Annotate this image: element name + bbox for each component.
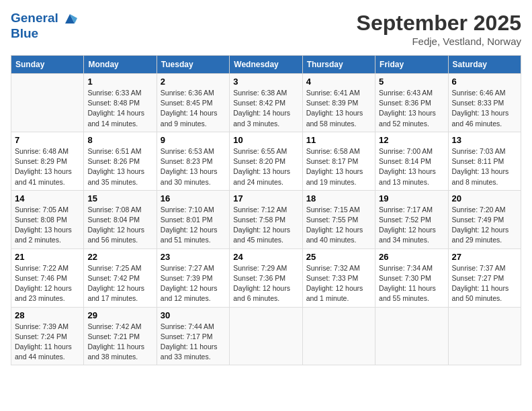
day-number: 24: [233, 252, 298, 262]
day-cell: [375, 307, 448, 365]
header-row: SundayMondayTuesdayWednesdayThursdayFrid…: [11, 56, 521, 74]
day-info: Sunrise: 7:42 AMSunset: 7:21 PMDaylight:…: [87, 322, 152, 363]
day-info: Sunrise: 7:12 AMSunset: 7:58 PMDaylight:…: [233, 205, 298, 246]
logo-icon: [62, 11, 77, 26]
day-info: Sunrise: 7:00 AMSunset: 8:14 PMDaylight:…: [379, 146, 444, 187]
day-number: 16: [161, 193, 226, 203]
day-cell: [230, 307, 302, 365]
calendar-table: SundayMondayTuesdayWednesdayThursdayFrid…: [11, 55, 521, 365]
page-title: September 2025: [357, 11, 521, 36]
day-info: Sunrise: 7:17 AMSunset: 7:52 PMDaylight:…: [379, 205, 444, 246]
day-number: 27: [452, 252, 517, 262]
day-cell: 1Sunrise: 6:33 AMSunset: 8:48 PMDaylight…: [84, 74, 157, 132]
logo: General Blue: [11, 11, 77, 41]
week-row-3: 14Sunrise: 7:05 AMSunset: 8:08 PMDayligh…: [11, 190, 521, 248]
day-number: 11: [306, 135, 371, 145]
day-number: 28: [15, 310, 80, 320]
day-cell: 16Sunrise: 7:10 AMSunset: 8:01 PMDayligh…: [157, 190, 229, 248]
day-cell: 24Sunrise: 7:29 AMSunset: 7:36 PMDayligh…: [230, 248, 302, 307]
day-cell: 4Sunrise: 6:41 AMSunset: 8:39 PMDaylight…: [302, 74, 375, 132]
day-number: 17: [233, 193, 298, 203]
logo-text: General: [11, 11, 77, 26]
day-number: 6: [452, 77, 517, 87]
day-info: Sunrise: 7:32 AMSunset: 7:33 PMDaylight:…: [306, 263, 371, 304]
day-info: Sunrise: 6:51 AMSunset: 8:26 PMDaylight:…: [87, 146, 152, 187]
day-info: Sunrise: 7:20 AMSunset: 7:49 PMDaylight:…: [452, 205, 517, 246]
week-row-1: 1Sunrise: 6:33 AMSunset: 8:48 PMDaylight…: [11, 74, 521, 132]
day-info: Sunrise: 6:48 AMSunset: 8:29 PMDaylight:…: [15, 146, 80, 187]
day-info: Sunrise: 7:39 AMSunset: 7:24 PMDaylight:…: [15, 322, 80, 363]
day-info: Sunrise: 7:44 AMSunset: 7:17 PMDaylight:…: [161, 322, 226, 363]
day-cell: 19Sunrise: 7:17 AMSunset: 7:52 PMDayligh…: [375, 190, 448, 248]
day-info: Sunrise: 6:38 AMSunset: 8:42 PMDaylight:…: [233, 88, 298, 129]
day-number: 29: [87, 310, 152, 320]
day-number: 9: [161, 135, 226, 145]
week-row-5: 28Sunrise: 7:39 AMSunset: 7:24 PMDayligh…: [11, 307, 521, 365]
day-cell: 2Sunrise: 6:36 AMSunset: 8:45 PMDaylight…: [157, 74, 229, 132]
day-cell: [302, 307, 375, 365]
day-cell: 21Sunrise: 7:22 AMSunset: 7:46 PMDayligh…: [11, 248, 84, 307]
day-info: Sunrise: 7:34 AMSunset: 7:30 PMDaylight:…: [379, 263, 444, 304]
header-cell-saturday: Saturday: [448, 56, 521, 74]
day-cell: 18Sunrise: 7:15 AMSunset: 7:55 PMDayligh…: [302, 190, 375, 248]
day-number: 7: [15, 135, 80, 145]
day-info: Sunrise: 7:37 AMSunset: 7:27 PMDaylight:…: [452, 263, 517, 304]
header-cell-sunday: Sunday: [11, 56, 84, 74]
day-number: 26: [379, 252, 444, 262]
day-info: Sunrise: 7:29 AMSunset: 7:36 PMDaylight:…: [233, 263, 298, 304]
day-info: Sunrise: 7:08 AMSunset: 8:04 PMDaylight:…: [87, 205, 152, 246]
day-info: Sunrise: 6:43 AMSunset: 8:36 PMDaylight:…: [379, 88, 444, 129]
day-info: Sunrise: 7:03 AMSunset: 8:11 PMDaylight:…: [452, 146, 517, 187]
header-cell-wednesday: Wednesday: [230, 56, 302, 74]
day-number: 2: [161, 77, 226, 87]
day-cell: 11Sunrise: 6:58 AMSunset: 8:17 PMDayligh…: [302, 132, 375, 190]
day-cell: 8Sunrise: 6:51 AMSunset: 8:26 PMDaylight…: [84, 132, 157, 190]
day-number: 30: [161, 310, 226, 320]
day-cell: [11, 74, 84, 132]
day-number: 8: [87, 135, 152, 145]
day-cell: 10Sunrise: 6:55 AMSunset: 8:20 PMDayligh…: [230, 132, 302, 190]
day-cell: [448, 307, 521, 365]
page-header: General Blue September 2025 Fedje, Vestl…: [11, 11, 521, 47]
day-info: Sunrise: 6:55 AMSunset: 8:20 PMDaylight:…: [233, 146, 298, 187]
header-cell-thursday: Thursday: [302, 56, 375, 74]
day-number: 3: [233, 77, 298, 87]
day-info: Sunrise: 6:33 AMSunset: 8:48 PMDaylight:…: [87, 88, 152, 129]
page-subtitle: Fedje, Vestland, Norway: [357, 36, 521, 47]
day-cell: 20Sunrise: 7:20 AMSunset: 7:49 PMDayligh…: [448, 190, 521, 248]
day-cell: 22Sunrise: 7:25 AMSunset: 7:42 PMDayligh…: [84, 248, 157, 307]
logo-line2: Blue: [11, 26, 77, 41]
week-row-2: 7Sunrise: 6:48 AMSunset: 8:29 PMDaylight…: [11, 132, 521, 190]
day-number: 14: [15, 193, 80, 203]
day-cell: 9Sunrise: 6:53 AMSunset: 8:23 PMDaylight…: [157, 132, 229, 190]
day-cell: 28Sunrise: 7:39 AMSunset: 7:24 PMDayligh…: [11, 307, 84, 365]
day-number: 22: [87, 252, 152, 262]
day-number: 4: [306, 77, 371, 87]
day-number: 5: [379, 77, 444, 87]
day-cell: 26Sunrise: 7:34 AMSunset: 7:30 PMDayligh…: [375, 248, 448, 307]
day-info: Sunrise: 6:41 AMSunset: 8:39 PMDaylight:…: [306, 88, 371, 129]
day-cell: 15Sunrise: 7:08 AMSunset: 8:04 PMDayligh…: [84, 190, 157, 248]
day-cell: 25Sunrise: 7:32 AMSunset: 7:33 PMDayligh…: [302, 248, 375, 307]
day-number: 18: [306, 193, 371, 203]
day-number: 12: [379, 135, 444, 145]
day-info: Sunrise: 7:27 AMSunset: 7:39 PMDaylight:…: [161, 263, 226, 304]
day-number: 1: [87, 77, 152, 87]
day-cell: 7Sunrise: 6:48 AMSunset: 8:29 PMDaylight…: [11, 132, 84, 190]
day-cell: 23Sunrise: 7:27 AMSunset: 7:39 PMDayligh…: [157, 248, 229, 307]
day-number: 19: [379, 193, 444, 203]
day-number: 10: [233, 135, 298, 145]
day-cell: 27Sunrise: 7:37 AMSunset: 7:27 PMDayligh…: [448, 248, 521, 307]
day-info: Sunrise: 6:46 AMSunset: 8:33 PMDaylight:…: [452, 88, 517, 129]
day-cell: 14Sunrise: 7:05 AMSunset: 8:08 PMDayligh…: [11, 190, 84, 248]
day-number: 23: [161, 252, 226, 262]
day-info: Sunrise: 6:53 AMSunset: 8:23 PMDaylight:…: [161, 146, 226, 187]
week-row-4: 21Sunrise: 7:22 AMSunset: 7:46 PMDayligh…: [11, 248, 521, 307]
day-number: 13: [452, 135, 517, 145]
day-number: 21: [15, 252, 80, 262]
day-info: Sunrise: 7:10 AMSunset: 8:01 PMDaylight:…: [161, 205, 226, 246]
header-cell-monday: Monday: [84, 56, 157, 74]
header-cell-friday: Friday: [375, 56, 448, 74]
day-cell: 3Sunrise: 6:38 AMSunset: 8:42 PMDaylight…: [230, 74, 302, 132]
title-block: September 2025 Fedje, Vestland, Norway: [357, 11, 521, 47]
